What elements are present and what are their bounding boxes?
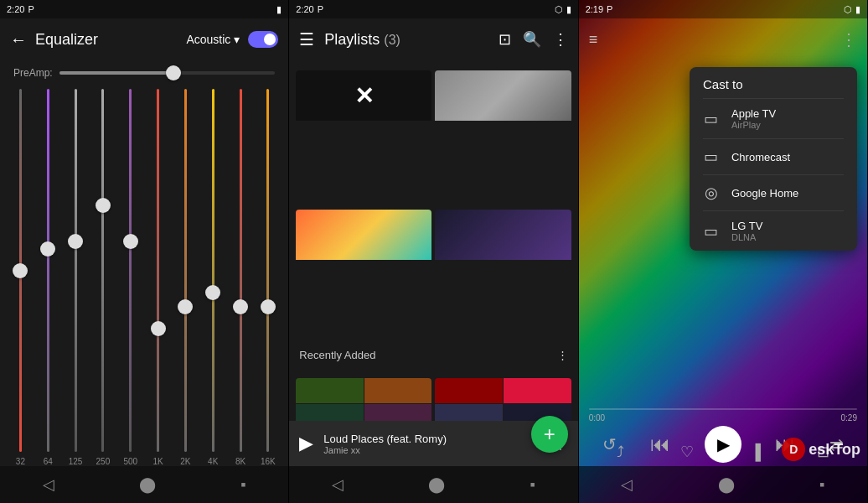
recently-added-header: Recently Added ⋮: [296, 345, 571, 365]
menu-icon[interactable]: ☰: [299, 29, 314, 49]
slider-track-64[interactable]: [46, 89, 49, 452]
back-nav-btn[interactable]: ◁: [43, 475, 54, 494]
slider-track-32[interactable]: [18, 89, 22, 452]
eq-band-500: 500: [116, 89, 144, 466]
band-label-16k: 16K: [261, 457, 276, 466]
slider-track-8k[interactable]: [239, 89, 242, 452]
slider-thumb-8k[interactable]: [233, 299, 248, 314]
cast-item-lgtv[interactable]: ▭ LG TV DLNA: [690, 211, 857, 251]
slider-track-16k[interactable]: [266, 89, 270, 452]
chevron-down-icon: ▾: [234, 33, 240, 46]
time-eq: 2:20: [7, 4, 24, 14]
np-more-button[interactable]: ⋮: [840, 29, 857, 49]
recently-added-grid: ✕: [296, 70, 571, 345]
band-label-1k: 1K: [152, 457, 163, 466]
slider-track-1k[interactable]: [157, 89, 160, 452]
equalizer-button[interactable]: ▐: [750, 443, 761, 461]
band-label-64: 64: [44, 457, 53, 466]
eq-band-64: 64: [34, 89, 62, 466]
chromecast-name: Chromecast: [731, 151, 844, 163]
progress-total: 0:29: [841, 413, 857, 423]
album-taylor-swift[interactable]: [435, 70, 571, 206]
back-nav-btn-pl[interactable]: ◁: [332, 475, 344, 494]
band-label-2k: 2K: [180, 457, 190, 466]
slider-track-500[interactable]: [129, 89, 132, 452]
preamp-slider[interactable]: [59, 71, 276, 75]
band-label-32: 32: [16, 457, 25, 466]
eq-title: Equalizer: [35, 31, 178, 49]
slider-thumb-64[interactable]: [40, 241, 55, 257]
band-label-8k: 8K: [235, 457, 245, 466]
status-bar-pl: 2:20 P ⬡ ▮: [289, 0, 577, 18]
lgtv-sub: DLNA: [731, 232, 844, 242]
eq-toggle[interactable]: [248, 31, 278, 48]
tv-icon-lgtv: ▭: [703, 222, 720, 241]
cast-item-chromecast[interactable]: ▭ Chromecast: [690, 139, 857, 174]
band-label-500: 500: [123, 457, 137, 466]
progress-current: 0:00: [589, 413, 605, 423]
recents-nav-btn[interactable]: ▪: [240, 476, 245, 494]
album-the-xx[interactable]: ✕: [296, 70, 431, 206]
preamp-section: PreAmp:: [0, 60, 288, 86]
nav-bar-pl: ◁ ⬤ ▪: [289, 466, 577, 503]
back-nav-btn-np[interactable]: ◁: [621, 475, 633, 494]
eq-band-250: 250: [89, 89, 116, 466]
slider-track-125[interactable]: [74, 89, 77, 452]
section-recently-added: ✕ Recently Added ⋮: [289, 60, 577, 368]
slider-thumb-500[interactable]: [123, 234, 138, 249]
recently-added-more[interactable]: ⋮: [557, 349, 568, 361]
heart-button[interactable]: ♡: [680, 443, 694, 461]
slider-track-2k[interactable]: [183, 89, 187, 452]
slider-thumb-32[interactable]: [13, 263, 28, 278]
album-4[interactable]: [435, 210, 571, 345]
nav-bar-np: ◁ ⬤ ▪: [579, 466, 867, 503]
queue-icon[interactable]: ≡: [589, 31, 598, 49]
eq-band-1k: 1K: [144, 89, 172, 466]
recents-nav-btn-np[interactable]: ▪: [819, 476, 824, 494]
signal-pl: P: [318, 4, 323, 14]
share-button[interactable]: ⤴: [617, 443, 624, 461]
preamp-label: PreAmp:: [13, 67, 53, 79]
desktop-logo: D: [782, 438, 805, 461]
home-nav-btn-np[interactable]: ⬤: [718, 475, 735, 494]
slider-thumb-4k[interactable]: [205, 285, 220, 300]
battery-icon-pl: ▮: [566, 4, 571, 15]
battery-np-icon: ▮: [855, 4, 860, 15]
status-bar-eq: 2:20 P ▮: [0, 0, 288, 18]
slider-thumb-250[interactable]: [96, 198, 111, 213]
recents-nav-btn-pl[interactable]: ▪: [530, 476, 535, 494]
cast-item-appletv[interactable]: ▭ Apple TV AirPlay: [690, 99, 857, 138]
slider-thumb-16k[interactable]: [261, 299, 276, 314]
more-icon[interactable]: ⋮: [553, 30, 568, 49]
pl-content: ✕ Recently Added ⋮: [289, 60, 577, 466]
slider-thumb-1k[interactable]: [151, 321, 166, 336]
add-playlist-fab[interactable]: +: [531, 416, 568, 453]
eq-band-125: 125: [62, 89, 90, 466]
home-nav-btn-pl[interactable]: ⬤: [428, 475, 445, 494]
back-button[interactable]: ←: [10, 30, 27, 49]
album-coldplay[interactable]: [296, 210, 431, 345]
slider-thumb-2k[interactable]: [178, 299, 193, 314]
preamp-fill: [59, 71, 178, 75]
band-label-250: 250: [96, 457, 111, 466]
cast-icon[interactable]: ⊡: [499, 30, 511, 49]
home-nav-btn[interactable]: ⬤: [139, 475, 156, 494]
slider-track-250[interactable]: [101, 89, 105, 452]
playlists-panel: 2:20 P ⬡ ▮ ☰ Playlists (3) ⊡ 🔍 ⋮ ✕: [289, 0, 578, 503]
eq-band-8k: 8K: [227, 89, 255, 466]
player-artist: Jamie xx: [323, 445, 542, 455]
progress-bar[interactable]: [589, 408, 857, 410]
eq-band-2k: 2K: [172, 89, 199, 466]
preamp-thumb[interactable]: [166, 65, 181, 80]
eq-bands-container: 32 64 125 250: [0, 86, 288, 466]
player-play-button[interactable]: ▶: [299, 433, 313, 454]
search-icon[interactable]: 🔍: [523, 30, 541, 49]
time-np: 2:19: [586, 4, 603, 14]
preset-dropdown[interactable]: Acoustic ▾: [186, 33, 240, 46]
eq-header: ← Equalizer Acoustic ▾: [0, 18, 288, 60]
cast-status-icon: ⬡: [555, 4, 563, 15]
slider-thumb-125[interactable]: [68, 234, 83, 249]
cast-title: Cast to: [690, 67, 857, 98]
slider-track-4k[interactable]: [211, 89, 214, 452]
cast-item-googlehome[interactable]: ◎ Google Home: [690, 175, 857, 210]
